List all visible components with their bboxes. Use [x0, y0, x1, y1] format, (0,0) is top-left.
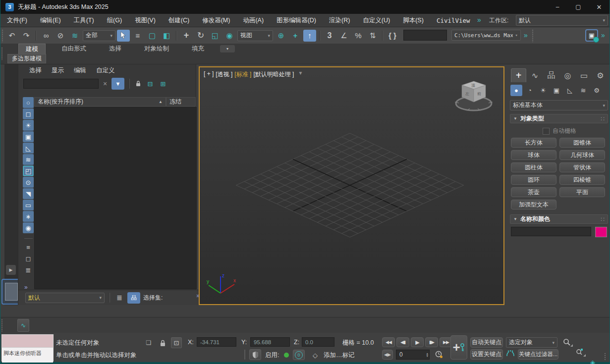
explorer-menu-display[interactable]: 显示	[47, 64, 69, 76]
key-mode-toggle-icon[interactable]: ◀▶	[382, 350, 393, 360]
object-color-swatch[interactable]	[595, 227, 607, 237]
display-particles-icon[interactable]: ∗	[23, 211, 34, 222]
menu-civilview[interactable]: CivilView	[430, 14, 477, 27]
select-and-place-icon[interactable]: ◉	[223, 30, 236, 42]
sort-detail-icon[interactable]: ≣	[23, 264, 34, 275]
text-plus-button[interactable]: 加强型文本	[511, 200, 556, 209]
ribbon-tab-selection[interactable]: 选择	[102, 44, 128, 54]
column-header-name[interactable]: 名称(按升序排序) ▲	[34, 97, 166, 106]
explorer-menu-customize[interactable]: 自定义	[91, 64, 120, 76]
column-header-freeze[interactable]: 冻结	[166, 97, 196, 106]
percent-snap-icon[interactable]: %	[352, 30, 365, 42]
redo-icon[interactable]: ↷	[20, 30, 33, 42]
edit-named-selection-sets-icon[interactable]: { }	[386, 30, 399, 42]
object-name-field[interactable]	[511, 227, 591, 236]
tab-utilities-icon[interactable]: ⚙	[593, 68, 608, 82]
clear-search-icon[interactable]: ×	[102, 80, 109, 88]
macro-recorder-pane[interactable]	[2, 335, 53, 348]
mini-curve-editor-icon[interactable]: ∿	[17, 319, 29, 332]
selection-filter-dropdown[interactable]: 全部 ▾	[83, 30, 115, 41]
display-helpers-icon[interactable]: ◺	[23, 143, 34, 154]
spinner-arrows-icon[interactable]: ▴▾	[426, 352, 428, 357]
minimize-button[interactable]: –	[547, 0, 568, 14]
maximize-button[interactable]: ▢	[568, 0, 589, 14]
spinner-snap-icon[interactable]: ⇅	[366, 30, 379, 42]
sort-list-icon[interactable]: ≡	[23, 242, 34, 253]
menu-graph-editors[interactable]: 图形编辑器(D)	[270, 14, 323, 27]
menu-edit[interactable]: 编辑(E)	[34, 14, 67, 27]
adaptive-degradation-shield-icon[interactable]	[249, 349, 261, 360]
select-and-move-icon[interactable]: +	[180, 30, 193, 42]
menu-group[interactable]: 组(G)	[101, 14, 129, 27]
snaps-toggle-icon[interactable]: 3	[323, 30, 336, 42]
autogrid-checkbox[interactable]	[543, 128, 550, 135]
subtab-helpers-icon[interactable]: ◺	[564, 85, 576, 96]
z-coord-field[interactable]: 0.0	[302, 337, 334, 347]
plane-button[interactable]: 平面	[559, 187, 605, 197]
torus-button[interactable]: 圆环	[511, 175, 556, 185]
rollout-object-type[interactable]: ▼ 对象类型 ∷	[510, 114, 608, 123]
ribbon-panel-polygon-modeling[interactable]: 多边形建模	[7, 54, 46, 63]
menu-file[interactable]: 文件(F)	[0, 14, 34, 27]
geosphere-button[interactable]: 几何球体	[559, 150, 605, 160]
select-and-manipulate-icon[interactable]: +	[289, 30, 302, 42]
named-selection-sets-field[interactable]	[403, 30, 447, 41]
collapse-tree-icon[interactable]: ⊞	[158, 80, 168, 88]
undo-icon[interactable]: ↶	[5, 30, 18, 42]
layers-icon[interactable]: ≣	[114, 294, 124, 302]
subtab-lights-icon[interactable]: ☀	[537, 85, 549, 96]
display-groups-icon[interactable]: ◰	[23, 165, 34, 176]
auto-key-button[interactable]: 自动关键点	[470, 337, 503, 348]
zoom-extents-icon[interactable]: ◈	[586, 357, 599, 364]
close-button[interactable]: ✕	[589, 0, 610, 14]
time-tag-cube-icon[interactable]: ◇	[311, 351, 320, 360]
select-by-name-icon[interactable]: ≡	[131, 30, 144, 42]
display-space-warps-icon[interactable]: ≋	[23, 154, 34, 165]
play-animation-icon[interactable]: ▶	[411, 337, 424, 347]
y-coord-field[interactable]: 95.688	[250, 337, 290, 347]
layer-dropdown[interactable]: 默认 ▾	[25, 293, 105, 303]
menu-modifiers[interactable]: 修改器(M)	[196, 14, 236, 27]
previous-frame-icon[interactable]: ◀▮	[396, 337, 409, 347]
bind-to-space-warp-icon[interactable]: ≋	[68, 30, 81, 42]
expand-tree-icon[interactable]: ⊟	[145, 80, 155, 88]
tab-create-icon[interactable]: +	[511, 68, 526, 82]
toolbar-drag-handle[interactable]	[1, 29, 4, 42]
zoom-all-icon[interactable]	[573, 347, 586, 357]
subtab-cameras-icon[interactable]: ▣	[551, 85, 562, 96]
window-crossing-icon[interactable]: ◧	[160, 30, 173, 42]
subtab-geometry-icon[interactable]: ●	[510, 85, 522, 96]
toolbar-overflow-icon[interactable]: »	[524, 31, 528, 39]
display-xrefs-icon[interactable]: ⊙	[23, 177, 34, 188]
listener-pane[interactable]: 脚本迷你侦听器	[2, 348, 53, 363]
isolate-selection-icon[interactable]: ❏	[143, 338, 154, 348]
next-frame-icon[interactable]: ▮▶	[425, 337, 438, 347]
go-to-start-icon[interactable]: ◀◀	[382, 337, 395, 347]
toolbar-drag-handle-2[interactable]	[532, 29, 534, 42]
selected-objects-dropdown[interactable]: 选定对象 ▾	[506, 337, 557, 348]
ribbon-tab-freeform[interactable]: 自由形式	[55, 44, 93, 54]
set-keys-button[interactable]: +	[450, 335, 467, 360]
set-key-button[interactable]: 设置关键点	[470, 349, 503, 360]
ribbon-tab-object-paint[interactable]: 对象绘制	[137, 44, 176, 54]
select-and-link-icon[interactable]: ∞	[40, 30, 53, 42]
display-visibility-icon[interactable]: ◉	[23, 222, 34, 233]
unlink-selection-icon[interactable]: ⊘	[54, 30, 67, 42]
menu-views[interactable]: 视图(V)	[128, 14, 162, 27]
subtab-space-warps-icon[interactable]: ≋	[577, 85, 589, 96]
teapot-button[interactable]: 茶壶	[511, 187, 556, 197]
explorer-flyout-button[interactable]: ▶	[6, 265, 16, 275]
reference-coordinate-dropdown[interactable]: 视图 ▾	[237, 30, 273, 41]
display-lights-icon[interactable]: ☀	[23, 120, 34, 131]
menu-rendering[interactable]: 渲染(R)	[323, 14, 356, 27]
cone-button[interactable]: 圆锥体	[559, 138, 605, 148]
window-resize-grip[interactable]	[604, 353, 607, 361]
current-frame-spinner[interactable]: 0 ▴▾	[396, 350, 430, 360]
pyramid-button[interactable]: 四棱锥	[559, 175, 605, 185]
ribbon-drag-handle[interactable]	[1, 47, 3, 60]
explorer-object-list[interactable]	[34, 107, 197, 289]
menu-customize[interactable]: 自定义(U)	[356, 14, 396, 27]
subtab-systems-icon[interactable]: ⚙	[591, 85, 603, 96]
display-bones-icon[interactable]: ◥	[23, 188, 34, 199]
menu-scripting[interactable]: 脚本(S)	[396, 14, 430, 27]
